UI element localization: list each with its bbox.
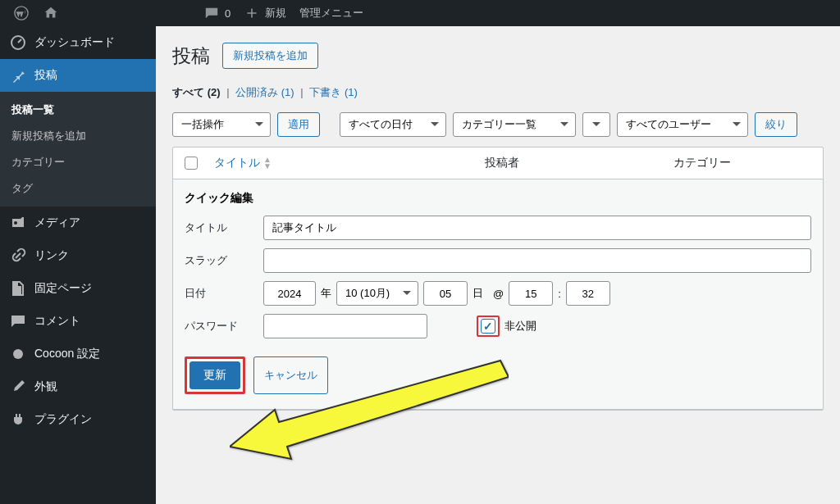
sidebar-item-label: プラグイン [34,412,92,427]
bulk-action-select[interactable]: 一括操作 [172,112,271,137]
admin-menu-link[interactable]: 管理メニュー [293,0,370,26]
sidebar-item-label: ダッシュボード [34,35,115,50]
filter-button[interactable]: 絞り [755,112,797,137]
sidebar-posts-submenu: 投稿一覧 新規投稿を追加 カテゴリー タグ [0,92,156,207]
select-all-checkbox[interactable] [185,157,198,170]
post-status-filters: すべて (2) | 公開済み (1) | 下書き (1) [172,85,824,100]
main-content: 投稿 新規投稿を追加 すべて (2) | 公開済み (1) | 下書き (1) … [156,26,840,504]
sidebar-item-label: 投稿 [34,68,57,83]
category-filter-select[interactable]: カテゴリー一覧 [453,112,576,137]
new-content-link[interactable]: 新規 [237,0,293,26]
minute-input[interactable] [566,281,610,306]
sidebar-item-media[interactable]: メディア [0,207,156,239]
year-suffix: 年 [321,286,331,301]
sidebar-item-label: リンク [34,248,69,263]
title-input[interactable] [263,216,811,240]
sidebar-item-label: 外観 [34,379,57,394]
add-new-button[interactable]: 新規投稿を追加 [222,43,318,69]
wordpress-icon [13,5,30,21]
sidebar-item-appearance[interactable]: 外観 [0,370,156,403]
update-button[interactable]: 更新 [189,361,240,389]
sidebar-item-label: Cocoon 設定 [34,347,100,361]
quick-edit-actions: 更新 キャンセル [185,356,811,394]
column-categories: カテゴリー [673,156,731,170]
home-link[interactable] [36,0,66,26]
sidebar-item-links[interactable]: リンク [0,239,156,272]
admin-sidebar: ダッシュボード 投稿 投稿一覧 新規投稿を追加 カテゴリー タグ メディア リン… [0,26,156,504]
plus-icon [244,5,260,21]
slug-input[interactable] [263,248,811,273]
sidebar-item-label: 固定ページ [34,281,92,296]
sidebar-item-posts[interactable]: 投稿 [0,59,156,92]
sidebar-item-label: メディア [34,216,80,230]
new-label: 新規 [265,6,286,20]
date-label: 日付 [185,286,263,301]
title-label: タイトル [185,220,263,235]
cocoon-icon [10,346,26,362]
filter-all[interactable]: すべて (2) [172,86,221,98]
wp-logo[interactable] [7,0,36,26]
admin-topbar: 0 新規 管理メニュー [0,0,840,26]
sidebar-sub-posts-list[interactable]: 投稿一覧 [0,97,156,123]
at-symbol: @ [493,288,504,300]
hour-input[interactable] [509,281,553,306]
private-label: 非公開 [504,319,536,334]
comments-icon [10,313,26,329]
filter-published[interactable]: 公開済み (1) [235,86,294,98]
sidebar-sub-tags[interactable]: タグ [0,175,156,202]
slug-label: スラッグ [185,253,263,268]
user-filter-select[interactable]: すべてのユーザー [617,112,748,137]
extra-filter-select[interactable] [582,112,610,137]
column-author: 投稿者 [485,156,673,170]
password-input[interactable] [263,314,427,338]
svg-point-2 [13,349,23,359]
quick-edit-panel: クイック編集 タイトル スラッグ 日付 年 10 (10月) 日 @ : [173,179,823,410]
quick-edit-heading: クイック編集 [185,191,811,206]
sidebar-item-pages[interactable]: 固定ページ [0,272,156,305]
sidebar-sub-posts-add[interactable]: 新規投稿を追加 [0,123,156,149]
time-colon: : [558,288,561,300]
comment-count: 0 [225,7,231,20]
sidebar-item-comments[interactable]: コメント [0,305,156,338]
media-icon [10,215,26,231]
comment-icon [203,5,220,21]
page-title: 投稿 [172,43,210,69]
password-label: パスワード [185,319,263,334]
month-select[interactable]: 10 (10月) [336,281,418,306]
date-filter-select[interactable]: すべての日付 [340,112,446,137]
pin-icon [10,67,26,84]
sidebar-item-label: コメント [34,314,80,329]
home-icon [43,5,59,21]
day-suffix: 日 [472,286,483,301]
filter-draft[interactable]: 下書き (1) [309,86,358,98]
sidebar-item-cocoon[interactable]: Cocoon 設定 [0,338,156,370]
sidebar-item-plugins[interactable]: プラグイン [0,403,156,436]
day-input[interactable] [423,281,468,306]
admin-menu-label: 管理メニュー [299,6,363,20]
apply-button[interactable]: 適用 [277,112,320,137]
column-title[interactable]: タイトル ▲▼ [214,156,485,170]
year-input[interactable] [263,281,316,306]
dashboard-icon [10,34,26,51]
cancel-button[interactable]: キャンセル [253,356,328,394]
page-icon [10,280,26,297]
private-checkbox[interactable]: ✓ [481,319,495,334]
update-highlight: 更新 [185,356,245,394]
sidebar-item-dashboard[interactable]: ダッシュボード [0,26,156,59]
brush-icon [10,379,26,395]
table-header: タイトル ▲▼ 投稿者 カテゴリー [173,148,823,179]
sidebar-sub-categories[interactable]: カテゴリー [0,149,156,175]
private-highlight: ✓ [477,316,500,337]
page-header: 投稿 新規投稿を追加 [172,43,824,69]
plugin-icon [10,411,26,428]
link-icon [10,247,26,264]
table-nav: 一括操作 適用 すべての日付 カテゴリー一覧 すべてのユーザー 絞り [172,112,824,137]
sort-icon: ▲▼ [263,157,272,170]
comments-link[interactable]: 0 [197,0,237,26]
posts-table: タイトル ▲▼ 投稿者 カテゴリー クイック編集 タイトル スラッグ 日付 年 … [172,147,824,411]
